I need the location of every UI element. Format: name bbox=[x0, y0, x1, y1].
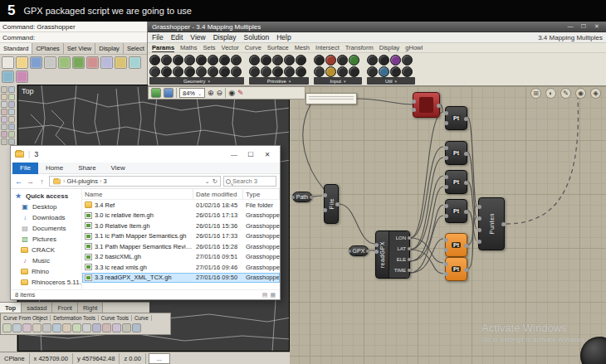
rhino-toolbar-icon[interactable] bbox=[16, 56, 28, 69]
sidebar-item[interactable]: Rhinoceros 5.11... bbox=[11, 277, 81, 288]
breadcrumb-item[interactable]: 3 bbox=[104, 177, 107, 185]
rhino-side-tool-icon[interactable] bbox=[1, 109, 7, 115]
component-icon[interactable] bbox=[249, 55, 260, 66]
output-port[interactable]: LAT bbox=[389, 246, 409, 252]
component-icon[interactable] bbox=[219, 66, 230, 77]
component-icon[interactable] bbox=[325, 66, 336, 77]
status-segment[interactable]: y 4579642.48 bbox=[73, 353, 120, 364]
component-icon[interactable] bbox=[196, 55, 207, 66]
sidebar-item[interactable]: Rhino bbox=[11, 266, 81, 277]
point-component-node[interactable]: Pt bbox=[445, 170, 467, 194]
canvas-widget-icon[interactable]: ◐ bbox=[545, 88, 556, 99]
palette-group-label[interactable]: Primitive bbox=[249, 77, 309, 85]
file-row[interactable]: 3.2 basicXML.gh 27/01/16 09:51 Grasshopp… bbox=[82, 252, 280, 263]
palette-group-label[interactable]: Util bbox=[367, 77, 415, 85]
rhino-side-tool-icon[interactable] bbox=[8, 94, 15, 100]
curve-tool-icon[interactable] bbox=[12, 323, 22, 332]
viewport-tab[interactable]: sadasd bbox=[22, 303, 52, 313]
component-icon[interactable] bbox=[184, 55, 195, 66]
component-icon[interactable] bbox=[231, 66, 242, 77]
component-icon[interactable] bbox=[272, 66, 283, 77]
component-icon[interactable] bbox=[349, 66, 359, 77]
output-port[interactable]: TIME bbox=[389, 268, 409, 274]
canvas-widget-icon[interactable]: ⊞ bbox=[530, 88, 541, 99]
search-input[interactable] bbox=[232, 177, 274, 185]
curve-tool-icon[interactable] bbox=[92, 323, 101, 332]
component-icon[interactable] bbox=[284, 66, 295, 77]
toolbar-group-label[interactable]: Curve bbox=[132, 315, 152, 321]
component-icon[interactable] bbox=[208, 55, 218, 66]
toolbar-tab[interactable]: Select bbox=[124, 43, 148, 54]
component-icon[interactable] bbox=[402, 66, 413, 77]
status-segment[interactable]: x 425709.00 bbox=[30, 353, 73, 364]
component-icon[interactable] bbox=[231, 55, 242, 66]
sidebar-item[interactable]: Quick access bbox=[11, 191, 81, 201]
point-component-node[interactable]: Pt bbox=[445, 257, 467, 281]
component-tab[interactable]: Surface bbox=[267, 44, 289, 51]
file-row[interactable]: 3.4 Ref 01/02/16 18:45 File folder bbox=[82, 200, 280, 211]
rhino-toolbar-icon[interactable] bbox=[2, 56, 14, 69]
breadcrumb-item[interactable]: GH-plugins bbox=[67, 177, 99, 185]
rhino-toolbar-icon[interactable] bbox=[100, 56, 113, 69]
ribbon-tab[interactable]: File bbox=[12, 163, 38, 174]
component-icon[interactable] bbox=[196, 66, 207, 77]
grasshopper-title-bar[interactable]: Grasshopper - 3.4 Mapping Multiples — ☐ … bbox=[148, 22, 606, 32]
rhino-side-tool-icon[interactable] bbox=[8, 116, 15, 123]
component-icon[interactable] bbox=[390, 66, 401, 77]
curve-tool-icon[interactable] bbox=[42, 323, 51, 332]
component-icon[interactable] bbox=[379, 66, 389, 77]
minimize-icon[interactable]: — bbox=[226, 147, 242, 162]
component-icon[interactable] bbox=[261, 55, 271, 66]
component-tab[interactable]: gHowl bbox=[405, 44, 423, 51]
menu-item[interactable]: Help bbox=[276, 33, 291, 41]
sketch-pen-icon[interactable]: ✎ bbox=[237, 88, 244, 98]
preview-icon[interactable]: ◉ bbox=[228, 88, 235, 98]
file-row[interactable]: 3.0 Relative Item.gh 26/01/16 15:36 Gras… bbox=[82, 221, 280, 231]
component-icon[interactable] bbox=[219, 55, 230, 66]
ribbon-tab[interactable]: Home bbox=[38, 163, 71, 174]
menu-item[interactable]: Solution bbox=[244, 33, 270, 41]
curve-tool-icon[interactable] bbox=[72, 323, 81, 332]
menu-item[interactable]: File bbox=[152, 33, 164, 41]
curve-tool-icon[interactable] bbox=[2, 323, 12, 332]
point-component-node[interactable]: Pt bbox=[445, 141, 467, 165]
rhino-side-tool-icon[interactable] bbox=[1, 131, 7, 138]
toolbar-group-label[interactable]: Curve Tools bbox=[99, 315, 132, 321]
maximize-icon[interactable]: ☐ bbox=[579, 23, 589, 30]
error-component[interactable] bbox=[413, 92, 440, 118]
open-file-icon[interactable] bbox=[151, 88, 161, 98]
toolbar-group-label[interactable]: Curve From Object bbox=[1, 315, 51, 321]
component-icon[interactable] bbox=[149, 55, 160, 66]
status-segment[interactable]: ... bbox=[149, 353, 170, 364]
component-icon[interactable] bbox=[314, 55, 325, 66]
palette-group-label[interactable]: Geometry bbox=[149, 77, 244, 85]
sidebar-item[interactable]: CRACK bbox=[11, 245, 81, 255]
rhino-side-tool-icon[interactable] bbox=[1, 101, 7, 108]
component-icon[interactable] bbox=[173, 66, 183, 77]
rhino-side-tool-icon[interactable] bbox=[8, 86, 15, 93]
component-tab[interactable]: Maths bbox=[180, 44, 197, 51]
gh-panel[interactable] bbox=[305, 93, 357, 104]
component-icon[interactable] bbox=[261, 66, 271, 77]
menu-item[interactable]: View bbox=[190, 33, 205, 41]
sidebar-item[interactable]: Desktop bbox=[11, 201, 81, 212]
component-tab[interactable]: Curve bbox=[245, 44, 261, 51]
file-row[interactable]: 3.3 ic read xmls.gh 27/01/16 09:46 Grass… bbox=[82, 262, 280, 273]
point-component-node[interactable]: Pt bbox=[445, 199, 467, 223]
toolbar-group-label[interactable]: Deformation Tools bbox=[51, 315, 99, 321]
file-row[interactable]: 3.0 ic relative item.gh 26/01/16 17:13 G… bbox=[82, 211, 280, 221]
component-tab[interactable]: Transform bbox=[345, 44, 374, 51]
component-tab[interactable]: Params bbox=[152, 44, 174, 52]
component-icon[interactable] bbox=[149, 66, 160, 77]
gpx-param-node[interactable]: GPX bbox=[349, 245, 369, 256]
close-icon[interactable]: ✕ bbox=[259, 147, 276, 162]
component-icon[interactable] bbox=[161, 66, 172, 77]
curve-tool-icon[interactable] bbox=[122, 323, 131, 332]
file-row[interactable]: 3.3 readGPX_XML_TCX.gh 27/01/16 09:50 Gr… bbox=[82, 273, 280, 284]
component-tab[interactable]: Display bbox=[379, 44, 400, 51]
component-icon[interactable] bbox=[284, 55, 295, 66]
refresh-icon[interactable]: ↻ bbox=[213, 177, 217, 185]
menu-item[interactable]: Edit bbox=[171, 33, 183, 41]
component-icon[interactable] bbox=[337, 55, 348, 66]
palette-group-label[interactable]: Input bbox=[314, 77, 362, 85]
